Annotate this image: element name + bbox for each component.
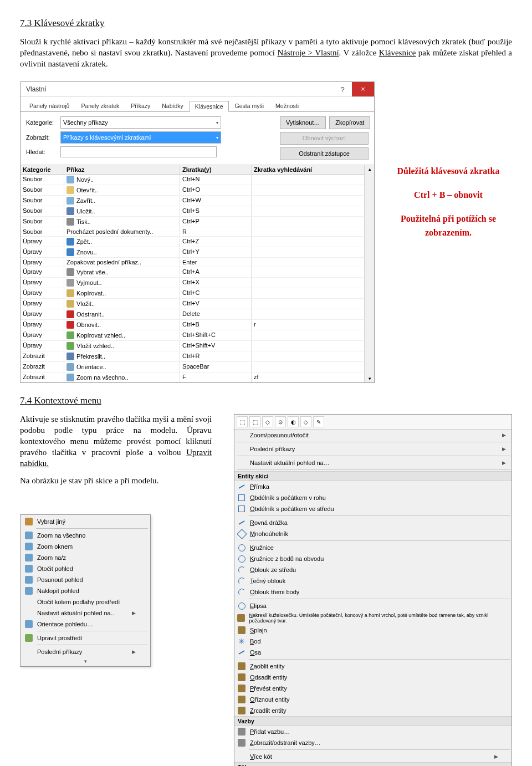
menu-item[interactable]: Více kót▶ <box>234 751 511 762</box>
grid-row[interactable]: ZobrazitZoom na všechno..Fzf <box>21 372 365 382</box>
menu-item[interactable]: Převést entity <box>234 683 511 694</box>
menu-icon <box>24 598 34 606</box>
grid-row[interactable]: ÚpravyVyjmout..Ctrl+X <box>21 278 365 288</box>
section-heading-73: 7.3 Klávesové zkratky <box>20 18 512 29</box>
toolbar-icon[interactable]: ⬚ <box>237 416 248 427</box>
menu-icon <box>24 634 34 642</box>
grid-row[interactable]: ZobrazitOrientace..SpaceBar <box>21 362 365 372</box>
grid-row[interactable]: SouborOtevřít..Ctrl+O <box>21 185 365 196</box>
menu-item[interactable]: Kružnice z bodů na obvodu <box>234 553 511 564</box>
grid-row[interactable]: SouborZavřít..Ctrl+W <box>21 196 365 206</box>
circle-icon <box>238 555 245 563</box>
paragraph-3: Na obrázku je stav při skice a při model… <box>20 476 212 487</box>
grid-row[interactable]: ÚpravyKopírovat vzhled..Ctrl+Shift+C <box>21 330 365 341</box>
toolbar-icon[interactable]: ⬚ <box>249 416 260 427</box>
menu-item[interactable]: Odsadit entity <box>234 672 511 683</box>
grid-row[interactable]: SouborUložit..Ctrl+S <box>21 206 365 217</box>
tool-icon <box>238 685 245 692</box>
grid-row[interactable]: ZobrazitPřekreslit..Ctrl+R <box>21 351 365 362</box>
menu-item[interactable]: Zoom na/z <box>22 552 149 563</box>
menu-item[interactable]: Zoom/posunout/otočit▶ <box>234 430 511 441</box>
command-icon <box>66 310 74 318</box>
menu-item[interactable]: Obdélník s počátkem ve středu <box>234 503 511 514</box>
menu-item[interactable]: Splajn <box>234 625 511 636</box>
menu-item[interactable]: Přímka <box>234 481 511 492</box>
menu-item[interactable]: Poslední příkazy▶ <box>22 646 149 657</box>
menu-item[interactable]: Naklopit pohled <box>22 585 149 596</box>
copy-button[interactable]: Zkopírovat <box>329 116 370 129</box>
menu-item[interactable]: Nastavit aktuální pohled na..▶ <box>22 607 149 619</box>
toolbar-icon[interactable]: ◐ <box>288 416 299 427</box>
menu-item[interactable]: Přidat vazbu… <box>234 726 511 737</box>
menu-item[interactable]: Zoom na všechno <box>22 530 149 541</box>
toolbar-icon[interactable]: ⊙ <box>275 416 286 427</box>
tab-panely-zkratek[interactable]: Panely zkratek <box>75 100 125 111</box>
grid-row[interactable]: ÚpravyObnovit..Ctrl+Br <box>21 320 365 330</box>
menu-item[interactable]: Kružnice <box>234 542 511 553</box>
command-icon <box>66 289 74 297</box>
menu-item[interactable]: Otočit kolem podlahy prostředí <box>22 596 149 607</box>
tab-gesta-myši[interactable]: Gesta myši <box>229 100 270 111</box>
section-heading-74: 7.4 Kontextové menu <box>20 395 512 406</box>
menu-icon <box>24 542 34 551</box>
circle-icon <box>238 602 245 610</box>
grid-scrollbar[interactable]: ▴▾ <box>365 165 374 382</box>
menu-item[interactable]: Zrcadlit entity <box>234 705 511 716</box>
command-icon <box>66 279 74 287</box>
menu-item[interactable]: Mnohoúhelník <box>234 528 511 539</box>
toolbar-icon[interactable]: ◇ <box>300 416 311 427</box>
menu-item[interactable]: Oříznout entity <box>234 694 511 705</box>
menu-item[interactable]: Vybrat jiný <box>22 516 149 527</box>
toolbar-icon[interactable]: ◇ <box>262 416 273 427</box>
grid-row[interactable]: ÚpravyZnovu..Ctrl+Y <box>21 247 365 258</box>
grid-row[interactable]: ÚpravyZpět..Ctrl+Z <box>21 237 365 247</box>
grid-row[interactable]: SouborNový..Ctrl+N <box>21 175 365 185</box>
print-button[interactable]: Vytisknout… <box>280 116 326 129</box>
menu-item[interactable]: ✳Bod <box>234 636 511 647</box>
reset-button[interactable]: Obnovit výchozí <box>280 132 369 145</box>
menu-icon <box>24 620 34 629</box>
menu-item[interactable]: Upravit prostředí <box>22 632 149 644</box>
grid-row[interactable]: ÚpravyZopakovat poslední příkaz..Enter <box>21 258 365 267</box>
grid-row[interactable]: ÚpravyVybrat vše..Ctrl+A <box>21 267 365 278</box>
menu-item[interactable]: Tečný oblouk <box>234 575 511 586</box>
tab-možnosti[interactable]: Možnosti <box>270 100 304 111</box>
grid-row[interactable]: ÚpravyKopírovat..Ctrl+C <box>21 288 365 299</box>
zobrazit-select[interactable]: Příkazy s klávesovými zkratkami▾ <box>60 131 221 144</box>
menu-item[interactable]: Rovná drážka <box>234 517 511 528</box>
menu-item[interactable]: Nastavit aktuální pohled na…▶ <box>234 457 511 468</box>
tab-klávesnice[interactable]: Klávesnice <box>190 101 229 112</box>
remove-button[interactable]: Odstranit zástupce <box>280 147 369 160</box>
toolbar-icon[interactable]: ✎ <box>313 416 324 427</box>
menu-item[interactable]: Poslední příkazy▶ <box>234 443 511 455</box>
menu-item[interactable]: Nakreslí kuželosečku. Umístěte počáteční… <box>234 611 511 625</box>
kategorie-select[interactable]: Všechny příkazy▾ <box>60 116 221 129</box>
menu-item[interactable]: Zoom oknem <box>22 541 149 552</box>
menu-item[interactable]: Zaoblit entity <box>234 661 511 672</box>
menu-item[interactable]: Orientace pohledu… <box>22 619 149 630</box>
grid-row[interactable]: ÚpravyOdstranit..Delete <box>21 309 365 320</box>
menu-item[interactable]: Posunout pohled <box>22 574 149 585</box>
tab-panely-nástrojů[interactable]: Panely nástrojů <box>24 100 75 111</box>
close-button[interactable]: × <box>352 82 374 96</box>
help-button[interactable]: ? <box>333 85 352 94</box>
menu-item[interactable]: Oblouk ze středu <box>234 564 511 575</box>
grid-row[interactable]: SouborProcházet poslední dokumenty..R <box>21 227 365 237</box>
command-icon <box>66 374 74 381</box>
tool-icon <box>238 626 245 634</box>
dialog-title: Vlastní <box>26 85 333 93</box>
grid-row[interactable]: ÚpravyVložit vzhled..Ctrl+Shift+V <box>21 341 365 351</box>
menu-item[interactable]: Osa <box>234 647 511 658</box>
menu-item[interactable]: Oblouk třemi body <box>234 586 511 598</box>
grid-row[interactable]: SouborTisk..Ctrl+P <box>21 217 365 227</box>
menu-item[interactable]: Obdélník s počátkem v rohu <box>234 492 511 503</box>
tab-příkazy[interactable]: Příkazy <box>125 100 156 111</box>
grid-row[interactable]: ÚpravyVložit..Ctrl+V <box>21 299 365 309</box>
expand-button[interactable]: ▾ <box>22 657 149 665</box>
menu-item[interactable]: Elipsa <box>234 600 511 611</box>
menu-item[interactable]: Zobrazit/odstranit vazby… <box>234 737 511 748</box>
tab-nabídky[interactable]: Nabídky <box>156 100 189 111</box>
hledat-input[interactable] <box>60 146 217 157</box>
menu-icon <box>24 553 34 562</box>
menu-item[interactable]: Otočit pohled <box>22 563 149 574</box>
